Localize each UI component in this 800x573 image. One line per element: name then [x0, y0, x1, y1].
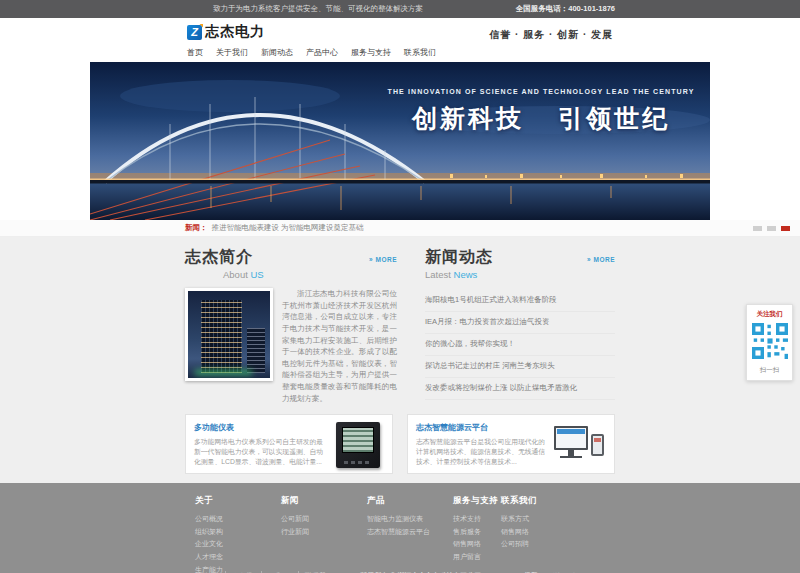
- product-card-meter[interactable]: 多功能仪表 多功能网络电力仪表系列公司自主研发的最新一代智能电力仪表，可以实现遥…: [185, 414, 393, 474]
- news-item[interactable]: 探访总书记走过的村庄 河南兰考东坝头: [425, 356, 615, 378]
- footer-col-about: 关于 公司概况 组织架构 企业文化 人才理念 生产能力: [195, 495, 223, 573]
- footer-col-news: 新闻 公司新闻 行业新闻: [281, 495, 309, 538]
- footer-link[interactable]: 志杰智慧能源云平台: [367, 526, 430, 539]
- footer-link[interactable]: 行业新闻: [281, 526, 309, 539]
- about-title: 志杰简介: [185, 247, 397, 268]
- site-footer: 关于 公司概况 组织架构 企业文化 人才理念 生产能力 新闻 公司新闻 行业新闻…: [0, 483, 800, 573]
- banner-dot-2[interactable]: [767, 226, 776, 231]
- nav-item-news[interactable]: 新闻动态: [261, 47, 293, 58]
- nav-item-about[interactable]: 关于我们: [216, 47, 248, 58]
- hero-banner: THE INNOVATION OF SCIENCE AND TECHNOLOGY…: [90, 62, 710, 220]
- footer-link[interactable]: 售后服务: [453, 526, 498, 539]
- footer-link[interactable]: 人才理念: [195, 551, 223, 564]
- product-desc: 志杰智慧能源云平台是我公司应用现代化的计算机网络技术、能源信息技术、无线通信技术…: [416, 437, 546, 467]
- footer-col-support: 服务与支持 技术支持 售后服务 销售网络 用户留言: [453, 495, 498, 563]
- monitor-icon: [554, 426, 588, 450]
- product-title[interactable]: 志杰智慧能源云平台: [416, 422, 546, 433]
- banner-subtitle-en: THE INNOVATION OF SCIENCE AND TECHNOLOGY…: [386, 88, 696, 95]
- qr-scan-label: 扫一扫: [751, 366, 788, 375]
- footer-link[interactable]: 用户留言: [453, 551, 498, 564]
- banner-slogan: THE INNOVATION OF SCIENCE AND TECHNOLOGY…: [386, 88, 696, 135]
- wechat-qr-widget[interactable]: 关注我们 扫一扫: [746, 304, 793, 381]
- footer-col-contact: 联系我们 联系方式 销售网络 公司招聘: [501, 495, 537, 551]
- main-content: 志杰简介 About US » MORE 浙江志杰电力科技有限公司位于杭州市萧山…: [0, 237, 800, 483]
- about-more-link[interactable]: » MORE: [369, 256, 397, 263]
- footer-link[interactable]: 公司新闻: [281, 513, 309, 526]
- nav-item-home[interactable]: 首页: [187, 47, 203, 58]
- bridge-night-photo: [90, 62, 710, 220]
- nav-item-support[interactable]: 服务与支持: [351, 47, 391, 58]
- footer-col-title: 关于: [195, 495, 223, 507]
- footer-col-products: 产品 智能电力监测仪表 志杰智慧能源云平台: [367, 495, 430, 538]
- banner-title: 创新科技 引领世纪: [386, 102, 696, 135]
- news-subtitle: Latest News: [425, 269, 615, 280]
- footer-col-title: 联系我们: [501, 495, 537, 507]
- about-subtitle: About US: [185, 269, 397, 280]
- devices: [554, 422, 606, 468]
- meter-lcd: [342, 427, 374, 453]
- news-more-link[interactable]: » MORE: [587, 256, 615, 263]
- notice-label: 新闻：: [185, 223, 208, 233]
- about-paragraph: 浙江志杰电力科技有限公司位于杭州市萧山经济技术开发区杭州湾信息港，公司自成立以来…: [282, 288, 397, 404]
- site-header: Z 志杰电力 信誉 · 服务 · 创新 · 发展 首页 关于我们 新闻动态 产品…: [0, 18, 800, 62]
- service-hotline: 全国服务电话：400-101-1876: [516, 4, 615, 14]
- building-main: [201, 300, 242, 373]
- banner-dot-1[interactable]: [753, 226, 762, 231]
- meter-buttons: [344, 461, 369, 464]
- footer-link[interactable]: 公司招聘: [501, 538, 537, 551]
- news-item[interactable]: 你的微心愿，我帮你实现！: [425, 334, 615, 356]
- nav-item-products[interactable]: 产品中心: [306, 47, 338, 58]
- footer-link[interactable]: 组织架构: [195, 526, 223, 539]
- news-item[interactable]: IEA月报：电力投资首次超过油气投资: [425, 312, 615, 334]
- cloud-platform-devices-image: [554, 422, 606, 468]
- news-item[interactable]: 海阳核电1号机组正式进入装料准备阶段: [425, 290, 615, 312]
- footer-link[interactable]: 技术支持: [453, 513, 498, 526]
- meter-body: [336, 422, 380, 468]
- logo-icon: Z: [187, 25, 202, 40]
- qr-follow-label: 关注我们: [751, 310, 788, 319]
- brand-tagline: 信誉 · 服务 · 创新 · 发展: [489, 28, 613, 42]
- footer-link[interactable]: 公司概况: [195, 513, 223, 526]
- banner-dot-3[interactable]: [781, 226, 790, 231]
- building-glow: [195, 370, 252, 375]
- company-building-photo: [185, 288, 273, 381]
- main-nav: 首页 关于我们 新闻动态 产品中心 服务与支持 联系我们: [187, 47, 436, 58]
- product-desc: 多功能网络电力仪表系列公司自主研发的最新一代智能电力仪表，可以实现遥测、自动化测…: [194, 437, 324, 467]
- building-side: [247, 328, 265, 373]
- product-card-cloud-platform[interactable]: 志杰智慧能源云平台 志杰智慧能源云平台是我公司应用现代化的计算机网络技术、能源信…: [407, 414, 615, 474]
- footer-link[interactable]: 销售网络: [453, 538, 498, 551]
- product-title[interactable]: 多功能仪表: [194, 422, 324, 433]
- notice-bar: 新闻： 推进智能电能表建设 为智能电网建设奠定基础: [0, 220, 800, 237]
- footer-col-title: 产品: [367, 495, 430, 507]
- footer-link[interactable]: 销售网络: [501, 526, 537, 539]
- notice-link[interactable]: 推进智能电能表建设 为智能电网建设奠定基础: [212, 223, 364, 233]
- footer-link[interactable]: 联系方式: [501, 513, 537, 526]
- footer-col-title: 新闻: [281, 495, 309, 507]
- nav-item-contact[interactable]: 联系我们: [404, 47, 436, 58]
- monitor-stand: [560, 456, 582, 458]
- footer-link[interactable]: 智能电力监测仪表: [367, 513, 430, 526]
- footer-link[interactable]: 企业文化: [195, 538, 223, 551]
- logo-text: 志杰电力: [205, 23, 265, 41]
- logo[interactable]: Z 志杰电力: [187, 23, 265, 41]
- news-item[interactable]: 发改委或将控制煤价上涨 以防止煤电矛盾激化: [425, 378, 615, 400]
- news-list: 海阳核电1号机组正式进入装料准备阶段 IEA月报：电力投资首次超过油气投资 你的…: [425, 290, 615, 400]
- phone-icon: [591, 434, 604, 456]
- top-utility-bar: 致力于为电力系统客户提供安全、节能、可视化的整体解决方案 全国服务电话：400-…: [0, 0, 800, 18]
- footer-col-title: 服务与支持: [453, 495, 498, 507]
- power-meter-image: [332, 422, 384, 468]
- site-slogan: 致力于为电力系统客户提供安全、节能、可视化的整体解决方案: [185, 4, 423, 14]
- news-section: 新闻动态 Latest News » MORE 海阳核电1号机组正式进入装料准备…: [425, 247, 615, 404]
- banner-pagination: [753, 226, 790, 231]
- about-section: 志杰简介 About US » MORE 浙江志杰电力科技有限公司位于杭州市萧山…: [185, 247, 397, 404]
- qr-code: [752, 323, 788, 359]
